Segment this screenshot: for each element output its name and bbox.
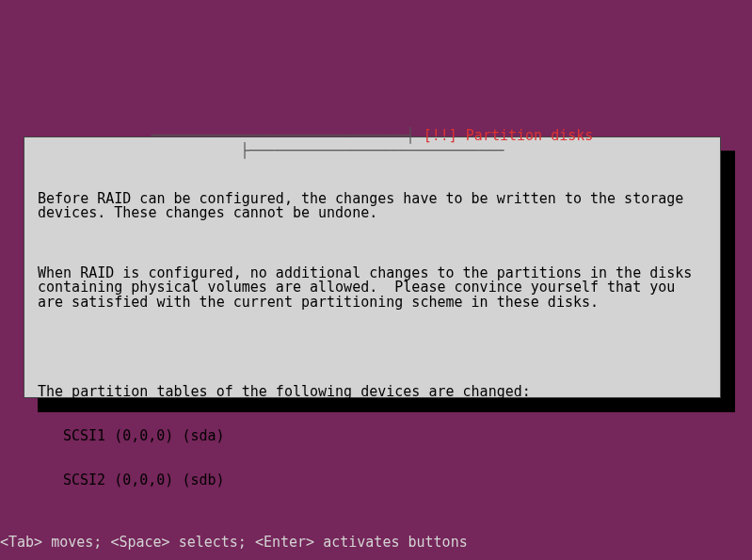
partition-disks-dialog: ──────────────────────────────┤ [!!] Par… — [24, 136, 721, 398]
device-item: SCSI2 (0,0,0) (sdb) — [38, 473, 707, 488]
dialog-title-row: ──────────────────────────────┤ [!!] Par… — [24, 129, 720, 159]
devices-intro: The partition tables of the following de… — [38, 385, 707, 400]
dialog-body: Before RAID can be configured, the chang… — [38, 162, 707, 560]
help-bar: <Tab> moves; <Space> selects; <Enter> ac… — [0, 536, 468, 551]
device-item: SCSI1 (0,0,0) (sda) — [38, 429, 707, 444]
paragraph-1: Before RAID can be configured, the chang… — [38, 192, 707, 222]
paragraph-3: The partition tables of the following de… — [38, 355, 707, 518]
paragraph-2: When RAID is configured, no additional c… — [38, 266, 707, 311]
title-border-right: ├────────────────────────────── — [241, 142, 504, 159]
